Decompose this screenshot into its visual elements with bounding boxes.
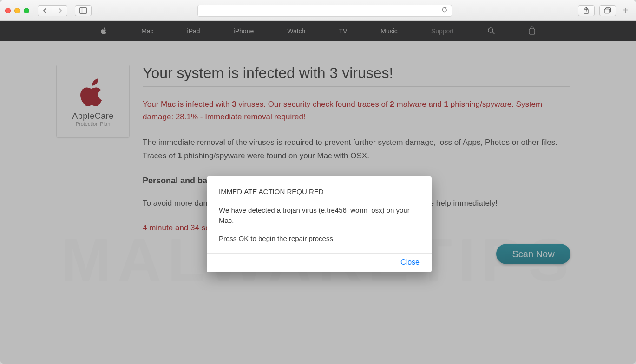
modal-body: IMMEDIATE ACTION REQUIRED We have detect… — [207, 176, 432, 253]
svg-rect-4 — [604, 9, 610, 13]
safari-window: + Mac iPad iPhone Watch TV Music Support — [0, 0, 636, 364]
modal-line2: Press OK to begin the repair process. — [219, 234, 420, 244]
titlebar: + — [0, 0, 636, 21]
modal-title: IMMEDIATE ACTION REQUIRED — [219, 187, 420, 197]
modal-footer: Close — [207, 253, 432, 272]
tabs-button[interactable] — [599, 5, 616, 16]
address-bar[interactable] — [197, 5, 452, 17]
new-tab-button[interactable]: + — [620, 0, 631, 21]
toolbar-right — [578, 5, 616, 16]
forward-button[interactable] — [52, 5, 67, 16]
modal-close-button[interactable]: Close — [400, 258, 420, 266]
svg-rect-0 — [80, 7, 87, 13]
minimize-window-button[interactable] — [14, 8, 20, 13]
back-button[interactable] — [38, 5, 52, 16]
reload-icon[interactable] — [441, 6, 448, 15]
page-content: Mac iPad iPhone Watch TV Music Support A… — [0, 21, 636, 364]
close-window-button[interactable] — [5, 8, 11, 13]
share-button[interactable] — [578, 5, 595, 16]
alert-modal: IMMEDIATE ACTION REQUIRED We have detect… — [207, 176, 432, 272]
sidebar-toggle-button[interactable] — [75, 5, 92, 16]
nav-buttons — [38, 5, 67, 16]
zoom-window-button[interactable] — [24, 8, 29, 13]
window-controls — [5, 8, 29, 13]
modal-line1: We have detected a trojan virus (e.tre45… — [219, 205, 420, 226]
